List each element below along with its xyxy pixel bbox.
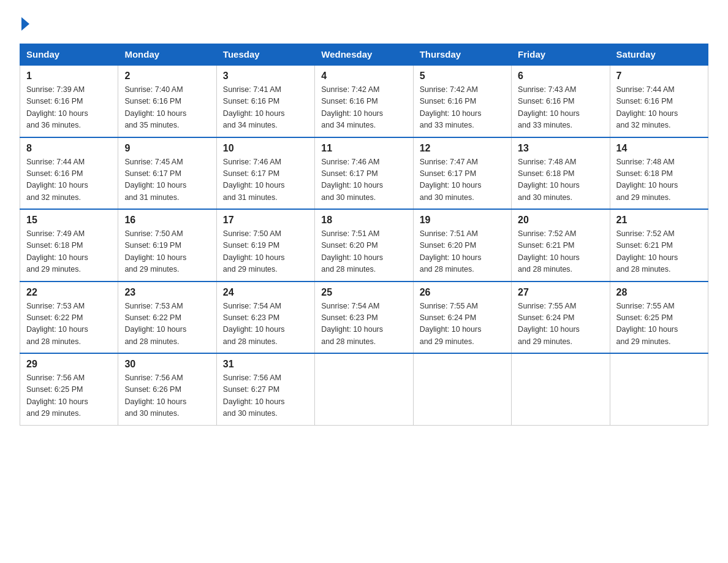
day-number: 24 <box>223 287 308 298</box>
logo: ​ <box>20 15 29 31</box>
calendar-day-cell: 21 Sunrise: 7:52 AMSunset: 6:21 PMDaylig… <box>610 209 708 282</box>
day-number: 31 <box>223 359 308 370</box>
day-number: 23 <box>124 287 210 298</box>
day-info: Sunrise: 7:44 AMSunset: 6:16 PMDaylight:… <box>26 158 88 202</box>
day-number: 2 <box>124 71 210 82</box>
day-info: Sunrise: 7:42 AMSunset: 6:16 PMDaylight:… <box>321 85 383 129</box>
calendar-day-cell: 24 Sunrise: 7:54 AMSunset: 6:23 PMDaylig… <box>216 282 314 354</box>
day-number: 1 <box>26 71 112 82</box>
calendar-day-cell: 25 Sunrise: 7:54 AMSunset: 6:23 PMDaylig… <box>315 282 413 354</box>
day-number: 15 <box>26 215 112 226</box>
calendar-day-cell: 8 Sunrise: 7:44 AMSunset: 6:16 PMDayligh… <box>20 137 118 210</box>
day-number: 12 <box>420 143 505 154</box>
day-number: 18 <box>321 215 406 226</box>
calendar-day-cell: 11 Sunrise: 7:46 AMSunset: 6:17 PMDaylig… <box>315 137 413 210</box>
day-number: 4 <box>321 71 406 82</box>
calendar-day-cell: 1 Sunrise: 7:39 AMSunset: 6:16 PMDayligh… <box>20 65 118 137</box>
col-header-thursday: Thursday <box>413 44 511 66</box>
col-header-friday: Friday <box>512 44 610 66</box>
day-number: 14 <box>616 143 702 154</box>
day-info: Sunrise: 7:47 AMSunset: 6:17 PMDaylight:… <box>420 158 482 202</box>
calendar-day-cell: 17 Sunrise: 7:50 AMSunset: 6:19 PMDaylig… <box>216 209 314 282</box>
day-number: 29 <box>26 359 112 370</box>
calendar-day-cell: 7 Sunrise: 7:44 AMSunset: 6:16 PMDayligh… <box>610 65 708 137</box>
calendar-empty-cell <box>413 353 511 425</box>
calendar-day-cell: 12 Sunrise: 7:47 AMSunset: 6:17 PMDaylig… <box>413 137 511 210</box>
day-number: 26 <box>420 287 505 298</box>
day-info: Sunrise: 7:39 AMSunset: 6:16 PMDaylight:… <box>26 85 88 129</box>
day-number: 6 <box>518 71 603 82</box>
day-info: Sunrise: 7:52 AMSunset: 6:21 PMDaylight:… <box>518 229 580 274</box>
calendar-day-cell: 4 Sunrise: 7:42 AMSunset: 6:16 PMDayligh… <box>315 65 413 137</box>
day-number: 5 <box>420 71 505 82</box>
day-info: Sunrise: 7:42 AMSunset: 6:16 PMDaylight:… <box>420 85 482 129</box>
day-number: 3 <box>223 71 308 82</box>
day-number: 16 <box>124 215 210 226</box>
day-info: Sunrise: 7:46 AMSunset: 6:17 PMDaylight:… <box>223 158 285 202</box>
calendar-day-cell: 28 Sunrise: 7:55 AMSunset: 6:25 PMDaylig… <box>610 282 708 354</box>
calendar-day-cell: 19 Sunrise: 7:51 AMSunset: 6:20 PMDaylig… <box>413 209 511 282</box>
day-number: 30 <box>124 359 210 370</box>
day-info: Sunrise: 7:51 AMSunset: 6:20 PMDaylight:… <box>420 229 482 274</box>
day-number: 8 <box>26 143 112 154</box>
calendar-day-cell: 5 Sunrise: 7:42 AMSunset: 6:16 PMDayligh… <box>413 65 511 137</box>
calendar-week-row: 22 Sunrise: 7:53 AMSunset: 6:22 PMDaylig… <box>20 282 708 354</box>
day-info: Sunrise: 7:44 AMSunset: 6:16 PMDaylight:… <box>616 85 678 129</box>
day-info: Sunrise: 7:55 AMSunset: 6:24 PMDaylight:… <box>420 302 482 346</box>
calendar-week-row: 29 Sunrise: 7:56 AMSunset: 6:25 PMDaylig… <box>20 353 708 425</box>
calendar-day-cell: 3 Sunrise: 7:41 AMSunset: 6:16 PMDayligh… <box>216 65 314 137</box>
day-number: 20 <box>518 215 603 226</box>
day-number: 21 <box>616 215 702 226</box>
col-header-wednesday: Wednesday <box>315 44 413 66</box>
day-info: Sunrise: 7:43 AMSunset: 6:16 PMDaylight:… <box>518 85 580 129</box>
day-info: Sunrise: 7:55 AMSunset: 6:25 PMDaylight:… <box>616 302 678 346</box>
day-info: Sunrise: 7:41 AMSunset: 6:16 PMDaylight:… <box>223 85 285 129</box>
calendar-empty-cell <box>610 353 708 425</box>
day-number: 28 <box>616 287 702 298</box>
day-number: 9 <box>124 143 210 154</box>
calendar-day-cell: 26 Sunrise: 7:55 AMSunset: 6:24 PMDaylig… <box>413 282 511 354</box>
day-info: Sunrise: 7:53 AMSunset: 6:22 PMDaylight:… <box>124 302 186 346</box>
day-info: Sunrise: 7:52 AMSunset: 6:21 PMDaylight:… <box>616 229 678 274</box>
calendar-day-cell: 18 Sunrise: 7:51 AMSunset: 6:20 PMDaylig… <box>315 209 413 282</box>
day-info: Sunrise: 7:48 AMSunset: 6:18 PMDaylight:… <box>518 158 580 202</box>
calendar-day-cell: 13 Sunrise: 7:48 AMSunset: 6:18 PMDaylig… <box>512 137 610 210</box>
day-info: Sunrise: 7:49 AMSunset: 6:18 PMDaylight:… <box>26 229 88 274</box>
day-number: 25 <box>321 287 406 298</box>
calendar-day-cell: 15 Sunrise: 7:49 AMSunset: 6:18 PMDaylig… <box>20 209 118 282</box>
calendar-empty-cell <box>512 353 610 425</box>
logo-triangle-icon <box>21 17 29 31</box>
day-number: 11 <box>321 143 406 154</box>
day-number: 13 <box>518 143 603 154</box>
day-number: 7 <box>616 71 702 82</box>
day-info: Sunrise: 7:40 AMSunset: 6:16 PMDaylight:… <box>124 85 186 129</box>
calendar-day-cell: 20 Sunrise: 7:52 AMSunset: 6:21 PMDaylig… <box>512 209 610 282</box>
day-info: Sunrise: 7:50 AMSunset: 6:19 PMDaylight:… <box>124 229 186 274</box>
day-info: Sunrise: 7:50 AMSunset: 6:19 PMDaylight:… <box>223 229 285 274</box>
page-header: ​ <box>20 15 708 31</box>
calendar-week-row: 15 Sunrise: 7:49 AMSunset: 6:18 PMDaylig… <box>20 209 708 282</box>
calendar-table: SundayMondayTuesdayWednesdayThursdayFrid… <box>20 44 708 426</box>
calendar-day-cell: 22 Sunrise: 7:53 AMSunset: 6:22 PMDaylig… <box>20 282 118 354</box>
col-header-saturday: Saturday <box>610 44 708 66</box>
calendar-day-cell: 16 Sunrise: 7:50 AMSunset: 6:19 PMDaylig… <box>118 209 216 282</box>
calendar-empty-cell <box>315 353 413 425</box>
calendar-day-cell: 31 Sunrise: 7:56 AMSunset: 6:27 PMDaylig… <box>216 353 314 425</box>
day-info: Sunrise: 7:54 AMSunset: 6:23 PMDaylight:… <box>321 302 383 346</box>
calendar-header-row: SundayMondayTuesdayWednesdayThursdayFrid… <box>20 44 708 66</box>
calendar-day-cell: 6 Sunrise: 7:43 AMSunset: 6:16 PMDayligh… <box>512 65 610 137</box>
calendar-day-cell: 30 Sunrise: 7:56 AMSunset: 6:26 PMDaylig… <box>118 353 216 425</box>
col-header-tuesday: Tuesday <box>216 44 314 66</box>
calendar-day-cell: 2 Sunrise: 7:40 AMSunset: 6:16 PMDayligh… <box>118 65 216 137</box>
day-number: 19 <box>420 215 505 226</box>
day-info: Sunrise: 7:45 AMSunset: 6:17 PMDaylight:… <box>124 158 186 202</box>
calendar-day-cell: 10 Sunrise: 7:46 AMSunset: 6:17 PMDaylig… <box>216 137 314 210</box>
day-info: Sunrise: 7:51 AMSunset: 6:20 PMDaylight:… <box>321 229 383 274</box>
calendar-day-cell: 29 Sunrise: 7:56 AMSunset: 6:25 PMDaylig… <box>20 353 118 425</box>
day-info: Sunrise: 7:54 AMSunset: 6:23 PMDaylight:… <box>223 302 285 346</box>
calendar-day-cell: 27 Sunrise: 7:55 AMSunset: 6:24 PMDaylig… <box>512 282 610 354</box>
day-info: Sunrise: 7:56 AMSunset: 6:26 PMDaylight:… <box>124 373 186 418</box>
day-info: Sunrise: 7:53 AMSunset: 6:22 PMDaylight:… <box>26 302 88 346</box>
day-number: 10 <box>223 143 308 154</box>
day-info: Sunrise: 7:48 AMSunset: 6:18 PMDaylight:… <box>616 158 678 202</box>
